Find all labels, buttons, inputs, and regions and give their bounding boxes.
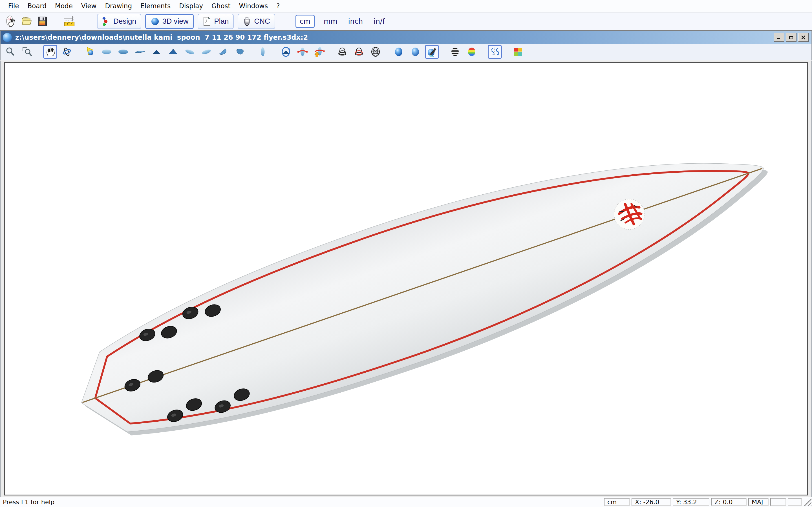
view3d-button[interactable]: 3D view [145,14,194,29]
dimensions-ruler-icon[interactable]: 10 [61,13,77,29]
units-selector: cm mm inch in/f [296,15,387,28]
svg-text:0: 0 [71,23,72,25]
menu-ghost[interactable]: Ghost [207,1,235,11]
view-tilt-left-icon[interactable] [183,45,197,59]
unit-inch[interactable]: inch [347,15,364,27]
unit-inf[interactable]: in/f [372,15,387,27]
render-decoration-icon[interactable] [425,45,439,59]
view-bottom-icon[interactable] [116,45,130,59]
status-caps-indicator: MAJ [748,498,769,506]
menu-display[interactable]: Display [175,1,207,11]
view-perspective-b-icon[interactable] [233,45,247,59]
symmetry-icon[interactable] [488,45,502,59]
view-outline-icon[interactable] [256,45,270,59]
wireframe-mesh-icon[interactable] [368,45,383,59]
rotate-3d-icon[interactable] [60,45,74,59]
status-y-coordinate: Y: 33.2 [673,498,709,506]
document-title: z:\users\dennery\downloads\nutella kami … [15,34,308,41]
view-tilt-right-icon[interactable] [199,45,213,59]
render-rainbow-icon[interactable] [465,45,479,59]
status-x-coordinate: X: -26.0 [631,498,671,506]
document-titlebar[interactable]: z:\users\dennery\downloads\nutella kami … [0,31,812,44]
document-icon [3,33,12,42]
status-empty-2 [788,498,802,506]
view3d-label: 3D view [162,17,188,25]
cnc-bit-icon [243,17,251,26]
save-file-icon[interactable] [35,13,50,29]
design-button[interactable]: Design [97,14,141,29]
lighting-icon[interactable] [83,45,97,59]
status-fields: cm X: -26.0 Y: 33.2 Z: 0.0 MAJ [604,498,802,506]
viewport-3d[interactable] [4,62,808,496]
menu-drawing[interactable]: Drawing [101,1,136,11]
resize-grip[interactable] [804,498,811,506]
new-board-icon[interactable] [3,13,18,29]
status-bar: Press F1 for help cm X: -26.0 Y: 33.2 Z:… [0,497,812,507]
view-tail-icon[interactable] [149,45,163,59]
main-toolbar: 10 Design 3D view Plan [0,12,812,31]
spin-board-up-icon[interactable] [312,45,326,59]
render-stripes-icon[interactable] [448,45,462,59]
plan-button[interactable]: Plan [198,14,234,29]
status-unit: cm [604,498,630,506]
svg-text:1: 1 [67,23,68,25]
zoom-window-icon[interactable] [20,45,34,59]
close-button[interactable] [798,33,809,42]
mode-buttons: Design 3D view Plan CNC [97,14,275,29]
unit-mm[interactable]: mm [322,15,339,27]
view-nose-icon[interactable] [166,45,180,59]
document-frame [0,61,812,497]
menu-view[interactable]: View [77,1,101,11]
cnc-label: CNC [254,17,270,25]
view-side-icon[interactable] [133,45,147,59]
flip-view-icon[interactable] [279,45,293,59]
sphere-icon [151,17,160,26]
unit-cm[interactable]: cm [296,15,315,28]
plan-page-icon [203,17,211,26]
wireframe-rings-red-icon[interactable] [352,45,366,59]
menu-windows[interactable]: Windows [235,1,272,11]
status-z-coordinate: Z: 0.0 [711,498,747,506]
status-help-text: Press F1 for help [3,499,54,506]
view-deck-icon[interactable] [100,45,114,59]
status-empty-1 [770,498,786,506]
view-toolbar [0,44,812,60]
open-file-icon[interactable] [18,13,35,29]
restore-button[interactable] [786,33,797,42]
minimize-button[interactable] [774,33,784,42]
pan-hand-icon[interactable] [43,45,57,59]
render-shaded-icon[interactable] [392,45,406,59]
surfboard-3d-render [5,63,807,495]
wireframe-rings-icon[interactable] [335,45,349,59]
cnc-button[interactable]: CNC [238,14,275,29]
design-label: Design [113,17,136,25]
menu-bar: File Board Mode View Drawing Elements Di… [0,0,812,12]
menu-board[interactable]: Board [23,1,51,11]
menu-mode[interactable]: Mode [51,1,77,11]
menu-elements[interactable]: Elements [136,1,175,11]
menu-help[interactable]: ? [272,1,284,11]
menu-file[interactable]: File [4,1,23,11]
design-nodes-icon [102,17,110,26]
color-palette-icon[interactable] [511,45,525,59]
plan-label: Plan [214,17,229,25]
board-stringer [82,168,762,402]
view-perspective-a-icon[interactable] [216,45,230,59]
render-smooth-icon[interactable] [408,45,422,59]
spin-board-icon[interactable] [296,45,310,59]
window-controls [774,33,809,42]
zoom-icon[interactable] [3,45,17,59]
